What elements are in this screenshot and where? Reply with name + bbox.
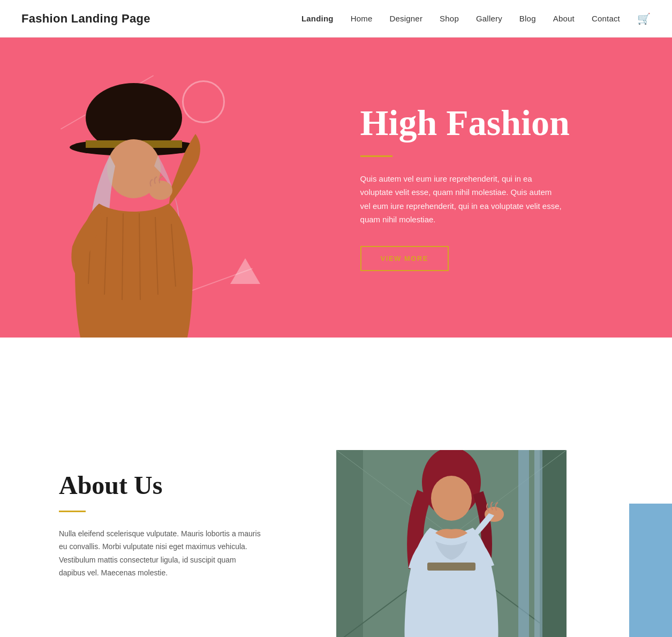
site-title: Fashion Landing Page — [21, 12, 150, 26]
svg-point-21 — [431, 476, 472, 521]
svg-rect-18 — [518, 450, 529, 637]
view-more-button[interactable]: VIEW MORE — [360, 246, 449, 271]
nav-landing[interactable]: Landing — [301, 14, 334, 23]
about-divider — [59, 511, 86, 512]
svg-rect-13 — [540, 450, 567, 637]
svg-rect-22 — [427, 563, 475, 571]
nav-about[interactable]: About — [553, 14, 575, 23]
hero-content: High Fashion Quis autem vel eum iure rep… — [350, 38, 672, 338]
hero-heading: High Fashion — [360, 104, 640, 142]
about-image-area — [336, 439, 673, 637]
hero-divider — [360, 155, 392, 157]
about-model-svg — [336, 450, 567, 637]
about-heading: About Us — [59, 471, 304, 500]
about-body-text: Nulla eleifend scelerisque vulputate. Ma… — [59, 527, 262, 580]
hero-section: High Fashion Quis autem vel eum iure rep… — [0, 38, 672, 338]
hero-model-svg — [21, 54, 246, 338]
spacer — [0, 338, 672, 396]
about-photo — [336, 450, 567, 637]
cart-icon[interactable]: 🛒 — [637, 12, 651, 25]
about-section: About Us Nulla eleifend scelerisque vulp… — [0, 396, 672, 637]
nav-blog[interactable]: Blog — [519, 14, 536, 23]
hero-model-container — [21, 54, 246, 338]
about-content: About Us Nulla eleifend scelerisque vulp… — [0, 439, 336, 637]
svg-point-10 — [149, 181, 172, 200]
blue-accent-rect — [629, 504, 672, 637]
site-header: Fashion Landing Page Landing Home Design… — [0, 0, 672, 38]
hero-image-area — [0, 38, 350, 338]
svg-rect-19 — [534, 450, 542, 637]
main-nav: Landing Home Designer Shop Gallery Blog … — [301, 12, 651, 25]
svg-rect-12 — [336, 450, 363, 637]
nav-home[interactable]: Home — [351, 14, 373, 23]
nav-contact[interactable]: Contact — [592, 14, 620, 23]
hero-body-text: Quis autem vel eum iure reprehenderit, q… — [360, 172, 564, 227]
nav-shop[interactable]: Shop — [440, 14, 459, 23]
nav-designer[interactable]: Designer — [389, 14, 422, 23]
nav-gallery[interactable]: Gallery — [476, 14, 502, 23]
